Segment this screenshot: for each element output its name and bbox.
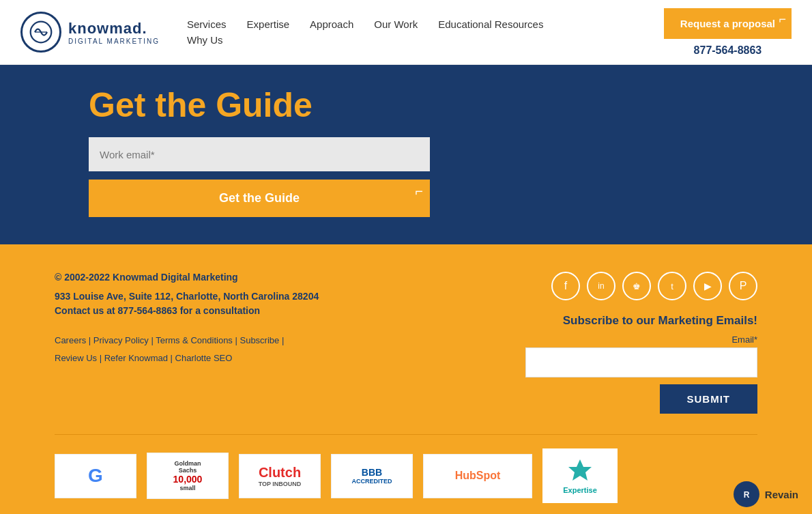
header-right: Request a proposal 877-564-8863 bbox=[664, 8, 792, 57]
goldman-small-label: small bbox=[179, 485, 195, 491]
footer-address: 933 Louise Ave, Suite 112, Charlotte, No… bbox=[55, 289, 319, 318]
twitter-icon[interactable]: t bbox=[658, 272, 686, 300]
google-g-icon: G bbox=[88, 465, 103, 487]
pinterest-icon[interactable]: P bbox=[729, 272, 757, 300]
footer-link-terms[interactable]: Terms & Conditions bbox=[156, 335, 233, 345]
guide-form-title: Get the Guide bbox=[89, 85, 723, 125]
nav-row-2: Why Us bbox=[187, 34, 223, 46]
badge-expertise: Expertise bbox=[542, 448, 618, 503]
footer-link-charlotte-seo[interactable]: Charlotte SEO bbox=[175, 353, 233, 363]
work-email-input[interactable] bbox=[89, 137, 430, 171]
footer-link-careers[interactable]: Careers bbox=[55, 335, 86, 345]
revain-icon: R bbox=[734, 481, 759, 507]
footer-link-review[interactable]: Review Us bbox=[55, 353, 97, 363]
nav-approach[interactable]: Approach bbox=[310, 18, 353, 30]
navigation: Services Expertise Approach Our Work Edu… bbox=[187, 18, 637, 46]
logo-icon bbox=[20, 12, 61, 53]
request-proposal-button[interactable]: Request a proposal bbox=[664, 8, 792, 39]
nav-our-work[interactable]: Our Work bbox=[374, 18, 418, 30]
nav-expertise[interactable]: Expertise bbox=[247, 18, 290, 30]
footer-top: © 2002-2022 Knowmad Digital Marketing 93… bbox=[55, 272, 757, 414]
footer-copyright: © 2002-2022 Knowmad Digital Marketing bbox=[55, 272, 319, 283]
email-label: Email* bbox=[525, 334, 758, 345]
revain-widget[interactable]: R Revain bbox=[734, 481, 798, 507]
subscribe-title: Subscribe to our Marketing Emails! bbox=[525, 314, 758, 328]
badge-clutch: Clutch TOP INBOUND bbox=[239, 454, 321, 498]
footer-right: f in ♚ t ▶ P Subscribe to our Marketing … bbox=[525, 272, 758, 414]
hubspot-label: HubSpot bbox=[455, 470, 501, 482]
logo-text: knowmad. bbox=[68, 20, 160, 38]
svg-marker-2 bbox=[568, 459, 592, 481]
nav-services[interactable]: Services bbox=[187, 18, 227, 30]
goldman-sachs-label: GoldmanSachs bbox=[174, 460, 201, 474]
revain-label: Revain bbox=[765, 489, 798, 500]
nav-educational-resources[interactable]: Educational Resources bbox=[438, 18, 543, 30]
logo-subtext: DIGITAL MARKETING bbox=[68, 38, 160, 45]
footer-badges: G GoldmanSachs 10,000 small Clutch TOP I… bbox=[55, 448, 757, 514]
youtube-icon[interactable]: ▶ bbox=[693, 272, 722, 300]
expertise-icon bbox=[567, 457, 593, 483]
submit-button[interactable]: SUBMIT bbox=[660, 384, 758, 414]
header: knowmad. DIGITAL MARKETING Services Expe… bbox=[0, 0, 812, 65]
phone-number: 877-564-8863 bbox=[694, 44, 762, 57]
expertise-label: Expertise bbox=[563, 486, 597, 494]
clutch-label: Clutch bbox=[259, 465, 301, 481]
footer-link-refer[interactable]: Refer Knowmad bbox=[104, 353, 168, 363]
goldman-10k-label: 10,000 bbox=[173, 474, 203, 485]
footer-left: © 2002-2022 Knowmad Digital Marketing 93… bbox=[55, 272, 319, 414]
bbb-label: BBB bbox=[362, 467, 382, 478]
subscribe-email-input[interactable] bbox=[525, 347, 758, 377]
linkedin-icon[interactable]: in bbox=[587, 272, 615, 300]
footer-address-line1: 933 Louise Ave, Suite 112, Charlotte, No… bbox=[55, 289, 319, 304]
footer-divider bbox=[55, 434, 757, 435]
nav-why-us[interactable]: Why Us bbox=[187, 34, 223, 46]
footer-link-privacy[interactable]: Privacy Policy bbox=[93, 335, 149, 345]
instagram-icon[interactable]: ♚ bbox=[622, 272, 651, 300]
footer-links: Careers | Privacy Policy | Terms & Condi… bbox=[55, 332, 319, 367]
badge-bbb: BBB ACCREDITED bbox=[331, 454, 413, 498]
footer-address-line2: Contact us at 877-564-8863 for a consult… bbox=[55, 304, 319, 318]
clutch-sublabel: TOP INBOUND bbox=[259, 481, 302, 487]
bbb-accredited-label: ACCREDITED bbox=[351, 478, 392, 485]
svg-text:R: R bbox=[743, 490, 749, 500]
facebook-icon[interactable]: f bbox=[551, 272, 580, 300]
logo: knowmad. DIGITAL MARKETING bbox=[20, 12, 160, 53]
nav-row-1: Services Expertise Approach Our Work Edu… bbox=[187, 18, 543, 30]
upper-dark-section: Get the Guide Get the Guide bbox=[0, 65, 812, 244]
revain-logo-icon: R bbox=[739, 487, 754, 502]
badge-google: G bbox=[55, 454, 136, 498]
social-icons: f in ♚ t ▶ P bbox=[525, 272, 758, 300]
badge-goldman-sachs: GoldmanSachs 10,000 small bbox=[147, 453, 229, 499]
footer-link-subscribe[interactable]: Subscribe bbox=[240, 335, 279, 345]
footer: © 2002-2022 Knowmad Digital Marketing 93… bbox=[0, 244, 812, 514]
badge-hubspot: HubSpot bbox=[423, 454, 532, 498]
get-guide-button[interactable]: Get the Guide bbox=[89, 180, 430, 217]
